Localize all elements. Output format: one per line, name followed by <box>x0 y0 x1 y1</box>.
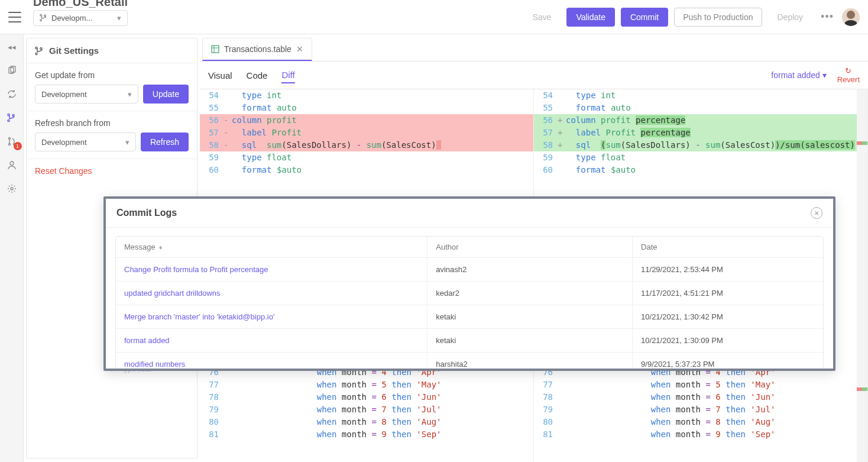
format-added-dropdown[interactable]: format added ▾ <box>771 70 826 80</box>
code-line[interactable]: 57+ label Profit percentage <box>534 127 867 139</box>
code-line[interactable]: 78 when month = 6 then 'Jun' <box>534 391 867 403</box>
menu-toggle-icon[interactable] <box>8 12 21 22</box>
commit-message[interactable]: modified numbers <box>116 353 427 369</box>
format-added-label: format added <box>771 70 820 80</box>
commit-row[interactable]: modified numbersharshita29/9/2021, 5:37:… <box>116 353 823 369</box>
table-icon <box>211 45 219 53</box>
update-from-label: Get update from <box>35 70 189 80</box>
svg-rect-7 <box>212 46 219 53</box>
save-button[interactable]: Save <box>523 8 561 27</box>
file-tab[interactable]: Transactions.table ✕ <box>202 38 312 61</box>
svg-point-5 <box>10 161 14 165</box>
commit-message[interactable]: Change Profit formula to Profit percenta… <box>116 258 427 282</box>
validate-button[interactable]: Validate <box>566 8 615 27</box>
svg-point-2 <box>8 138 10 140</box>
caret-down-icon: ▾ <box>117 14 121 22</box>
commit-message[interactable]: Merge branch 'master' into 'ketakid@bipp… <box>116 305 427 329</box>
col-date[interactable]: Date <box>632 237 823 258</box>
refresh-branch-value: Development <box>41 138 87 147</box>
reset-changes-link[interactable]: Reset Changes <box>27 159 197 183</box>
caret-down-icon: ▾ <box>128 90 132 99</box>
commit-button[interactable]: Commit <box>621 8 668 27</box>
code-line[interactable]: 55 format auto <box>534 102 867 114</box>
git-branch-icon <box>40 14 48 22</box>
code-line[interactable]: 78 when month = 6 then 'Jun' <box>200 391 533 403</box>
commit-author: avinash2 <box>427 258 632 282</box>
code-line[interactable]: 57- label Profit <box>200 127 533 139</box>
code-line[interactable]: 79 when month = 7 then 'Jul' <box>200 403 533 416</box>
code-line[interactable]: 60 format $auto <box>534 164 867 176</box>
code-line[interactable]: 81 when month = 9 then 'Sep' <box>200 428 533 441</box>
code-line[interactable]: 56-column profit <box>200 114 533 127</box>
user-avatar[interactable] <box>842 8 860 26</box>
col-message[interactable]: Message♦ <box>116 237 427 258</box>
panel-title: Git Settings <box>27 38 197 63</box>
tab-diff[interactable]: Diff <box>281 67 294 83</box>
code-line[interactable]: 54 type int <box>200 89 533 102</box>
code-line[interactable]: 80 when month = 8 then 'Aug' <box>200 416 533 428</box>
revert-button[interactable]: ↻ Revert <box>837 66 860 84</box>
branch-name: Developm... <box>51 14 92 22</box>
update-branch-select[interactable]: Development ▾ <box>35 85 138 104</box>
icon-rail: ◂◂ 1 <box>0 34 24 462</box>
code-line[interactable]: 59 type float <box>534 151 867 164</box>
refresh-branch-select[interactable]: Development ▾ <box>35 133 136 151</box>
commit-logs-title: Commit Logs <box>116 208 177 218</box>
commit-message[interactable]: format added <box>116 329 427 353</box>
settings-icon[interactable] <box>5 182 18 195</box>
close-commit-logs-icon[interactable]: ✕ <box>811 207 822 219</box>
code-line[interactable]: 81 when month = 9 then 'Sep' <box>534 428 867 441</box>
code-line[interactable]: 60 format $auto <box>200 164 533 176</box>
commit-row[interactable]: format addedketaki10/21/2021, 1:30:09 PM <box>116 329 823 353</box>
commit-date: 11/17/2021, 4:51:21 PM <box>632 282 823 305</box>
revert-icon: ↻ <box>845 66 851 75</box>
update-button[interactable]: Update <box>143 85 189 104</box>
commit-row[interactable]: updated gridchart drilldownskedar211/17/… <box>116 282 823 305</box>
branch-selector[interactable]: Developm... ▾ <box>33 10 128 26</box>
svg-point-6 <box>11 188 13 190</box>
code-line[interactable]: 77 when month = 5 then 'May' <box>200 379 533 391</box>
caret-down-icon: ▾ <box>822 70 827 80</box>
panel-title-text: Git Settings <box>49 46 99 56</box>
project-title: Demo_US_Retail <box>33 0 128 9</box>
commit-author: harshita2 <box>427 353 632 369</box>
code-line[interactable]: 59 type float <box>200 151 533 164</box>
refresh-button[interactable]: Refresh <box>141 133 189 151</box>
user-icon[interactable] <box>5 159 18 172</box>
code-line[interactable]: 58+ sql (sum(SalesDollars) - sum(SalesCo… <box>534 139 867 151</box>
refresh-icon[interactable] <box>5 88 18 101</box>
code-line[interactable]: 80 when month = 8 then 'Aug' <box>534 416 867 428</box>
close-tab-icon[interactable]: ✕ <box>296 44 303 54</box>
commit-author: kedar2 <box>427 282 632 305</box>
update-branch-value: Development <box>41 90 87 99</box>
copy-icon[interactable] <box>5 64 18 77</box>
svg-point-3 <box>8 144 10 146</box>
commit-date: 10/21/2021, 1:30:42 PM <box>632 305 823 329</box>
more-icon[interactable]: ••• <box>818 8 836 25</box>
rail-badge: 1 <box>14 142 22 150</box>
commit-message[interactable]: updated gridchart drilldowns <box>116 282 427 305</box>
git-icon[interactable] <box>5 111 18 124</box>
deploy-button[interactable]: Deploy <box>768 8 813 27</box>
minimap[interactable] <box>857 89 867 462</box>
code-line[interactable]: 79 when month = 7 then 'Jul' <box>534 403 867 416</box>
code-line[interactable]: 77 when month = 5 then 'May' <box>534 379 867 391</box>
commit-logs-panel: Commit Logs ✕ Message♦ Author Date Chang… <box>103 196 835 371</box>
code-line[interactable]: 55 format auto <box>200 102 533 114</box>
tab-code[interactable]: Code <box>247 68 268 83</box>
collapse-icon[interactable]: ◂◂ <box>5 40 18 53</box>
tab-visual[interactable]: Visual <box>208 68 232 83</box>
commit-author: ketaki <box>427 305 632 329</box>
code-line[interactable]: 58- sql sum(SalesDollars) - sum(SalesCos… <box>200 139 533 151</box>
commit-row[interactable]: Merge branch 'master' into 'ketakid@bipp… <box>116 305 823 329</box>
refresh-from-label: Refresh branch from <box>35 118 189 128</box>
sort-icon: ♦ <box>159 244 163 251</box>
commit-row[interactable]: Change Profit formula to Profit percenta… <box>116 258 823 282</box>
col-author[interactable]: Author <box>427 237 632 258</box>
push-button[interactable]: Push to Production <box>674 8 762 27</box>
code-line[interactable]: 54 type int <box>534 89 867 102</box>
pull-request-icon[interactable]: 1 <box>5 135 18 148</box>
commit-date: 10/21/2021, 1:30:09 PM <box>632 329 823 353</box>
code-line[interactable]: 56+column profit percentage <box>534 114 867 127</box>
caret-down-icon: ▾ <box>125 138 129 147</box>
